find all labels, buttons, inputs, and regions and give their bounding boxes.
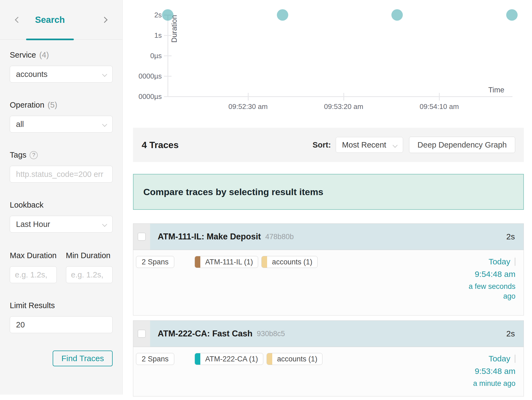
- sort-select-value: Most Recent: [342, 140, 386, 149]
- trace-relative-time: a few seconds ago: [461, 282, 515, 301]
- trace-time: 9:53:48 am: [461, 367, 515, 376]
- date-time-divider: [515, 258, 515, 266]
- y-axis-tick-label: 0µs: [133, 52, 162, 60]
- checkbox-strip: [133, 321, 150, 347]
- service-tag-pill: accounts (1): [267, 353, 323, 365]
- service-tag-label: ATM-222-CA (1): [200, 353, 263, 365]
- lookback-select-value: Last Hour: [16, 220, 50, 229]
- trace-date: Today: [489, 354, 510, 363]
- service-select-value: accounts: [16, 70, 47, 79]
- service-tag-label: accounts (1): [267, 256, 317, 268]
- max-duration-input[interactable]: [10, 266, 57, 283]
- tab-search[interactable]: Search: [26, 0, 74, 39]
- x-axis-tick-label: 09:54:10 am: [409, 102, 469, 111]
- trace-title: ATM-222-CA: Fast Cash: [158, 329, 252, 339]
- tab-search-label: Search: [35, 15, 65, 25]
- chevron-right-icon[interactable]: [102, 17, 108, 23]
- limit-results-input[interactable]: [10, 316, 113, 333]
- compare-traces-banner: Compare traces by selecting result items: [133, 174, 524, 210]
- compare-traces-message: Compare traces by selecting result items: [143, 187, 323, 197]
- service-tag-pill: ATM-111-IL (1): [195, 256, 258, 268]
- question-circle-icon[interactable]: ?: [30, 151, 38, 159]
- x-axis-caption: Time: [448, 86, 508, 94]
- trace-result-list: ATM-111-IL: Make Deposit 478b80b 2s 2 Sp…: [133, 223, 524, 396]
- service-tag-pill: accounts (1): [261, 256, 318, 268]
- lookback-select[interactable]: Last Hour: [10, 216, 113, 233]
- x-axis-tick-label: 09:52:30 am: [218, 102, 278, 111]
- operation-select[interactable]: all: [10, 116, 113, 133]
- trace-id: 930b8c5: [257, 330, 285, 338]
- span-count-pill: 2 Spans: [136, 353, 174, 365]
- search-sidebar: Search Service (4) accounts Operation (5…: [0, 0, 123, 395]
- service-tag-label: accounts (1): [272, 353, 322, 365]
- service-color-swatch: [195, 256, 200, 268]
- trace-card-body: 2 Spans ATM-222-CA (1)accounts (1) Today…: [133, 347, 524, 396]
- trace-date: Today: [489, 257, 510, 266]
- service-tag-label: ATM-111-IL (1): [200, 256, 258, 268]
- service-color-swatch: [262, 256, 267, 268]
- min-duration-label: Min Duration: [66, 251, 113, 260]
- y-axis-tick: [164, 96, 172, 97]
- sort-select[interactable]: Most Recent: [336, 137, 403, 153]
- sidebar-nav: Search: [0, 0, 122, 40]
- service-count: (4): [39, 51, 49, 60]
- service-color-swatch: [267, 353, 272, 365]
- service-tag-pill: ATM-222-CA (1): [195, 353, 263, 365]
- trace-time: 9:54:48 am: [461, 270, 515, 279]
- tab-active-underline: [26, 39, 74, 40]
- checkbox-strip: [133, 224, 150, 250]
- results-header-bar: 4 Traces Sort: Most Recent Deep Dependen…: [133, 128, 524, 162]
- search-results-main: 2s1s0µs0000µs0000µs09:52:30 am09:53:20 a…: [133, 0, 524, 396]
- date-time-divider: [515, 355, 515, 363]
- scatter-point[interactable]: [391, 9, 403, 21]
- y-axis-tick: [164, 76, 172, 77]
- deep-dependency-graph-button[interactable]: Deep Dependency Graph: [409, 137, 515, 153]
- service-select[interactable]: accounts: [10, 66, 113, 83]
- chevron-down-icon: [102, 72, 107, 77]
- x-axis-tick-label: 09:53:20 am: [314, 102, 373, 111]
- lookback-label: Lookback: [10, 201, 113, 210]
- min-duration-input[interactable]: [66, 266, 113, 283]
- operation-count: (5): [47, 101, 57, 110]
- y-axis-tick-label: 1s: [133, 31, 162, 39]
- max-duration-label: Max Duration: [10, 251, 57, 260]
- chevron-left-icon[interactable]: [15, 17, 21, 23]
- scatter-point[interactable]: [162, 9, 173, 21]
- trace-card-header[interactable]: ATM-111-IL: Make Deposit 478b80b 2s: [133, 224, 524, 250]
- y-axis-tick-label: 0000µs: [133, 72, 162, 80]
- find-traces-button[interactable]: Find Traces: [53, 351, 113, 366]
- trace-title: ATM-111-IL: Make Deposit: [158, 232, 261, 242]
- trace-duration: 2s: [506, 232, 515, 241]
- trace-card-header[interactable]: ATM-222-CA: Fast Cash 930b8c5 2s: [133, 321, 524, 347]
- operation-label: Operation (5): [10, 101, 113, 110]
- x-axis-line: [168, 96, 512, 97]
- x-axis-tick: [439, 93, 440, 101]
- trace-relative-time: a minute ago: [461, 379, 515, 388]
- span-count-pill: 2 Spans: [136, 256, 174, 268]
- duration-scatter-chart: 2s1s0µs0000µs0000µs09:52:30 am09:53:20 a…: [133, 0, 524, 128]
- chevron-down-icon: [102, 222, 107, 227]
- sort-label: Sort:: [312, 140, 331, 149]
- service-color-swatch: [195, 353, 200, 365]
- operation-select-value: all: [16, 120, 24, 129]
- trace-card-body: 2 Spans ATM-111-IL (1)accounts (1) Today…: [133, 250, 524, 315]
- trace-timestamp-block: Today 9:54:48 am a few seconds ago: [461, 257, 515, 301]
- trace-select-checkbox[interactable]: [138, 233, 146, 241]
- scatter-point[interactable]: [277, 9, 288, 21]
- trace-result-card[interactable]: ATM-222-CA: Fast Cash 930b8c5 2s 2 Spans…: [133, 320, 524, 396]
- x-axis-tick: [343, 93, 344, 101]
- scatter-point[interactable]: [506, 9, 518, 21]
- trace-result-card[interactable]: ATM-111-IL: Make Deposit 478b80b 2s 2 Sp…: [133, 223, 524, 315]
- service-label: Service (4): [10, 51, 113, 60]
- y-axis-tick-label: 2s: [133, 11, 162, 19]
- trace-select-checkbox[interactable]: [138, 330, 146, 338]
- trace-count: 4 Traces: [142, 140, 179, 150]
- chevron-down-icon: [392, 143, 397, 148]
- limit-results-label: Limit Results: [10, 301, 113, 310]
- chevron-down-icon: [102, 122, 107, 127]
- trace-id: 478b80b: [265, 233, 294, 241]
- x-axis-tick: [248, 93, 249, 101]
- tags-label: Tags ?: [10, 151, 113, 160]
- tags-input[interactable]: [10, 166, 113, 183]
- y-axis-tick-label: 0000µs: [133, 92, 162, 101]
